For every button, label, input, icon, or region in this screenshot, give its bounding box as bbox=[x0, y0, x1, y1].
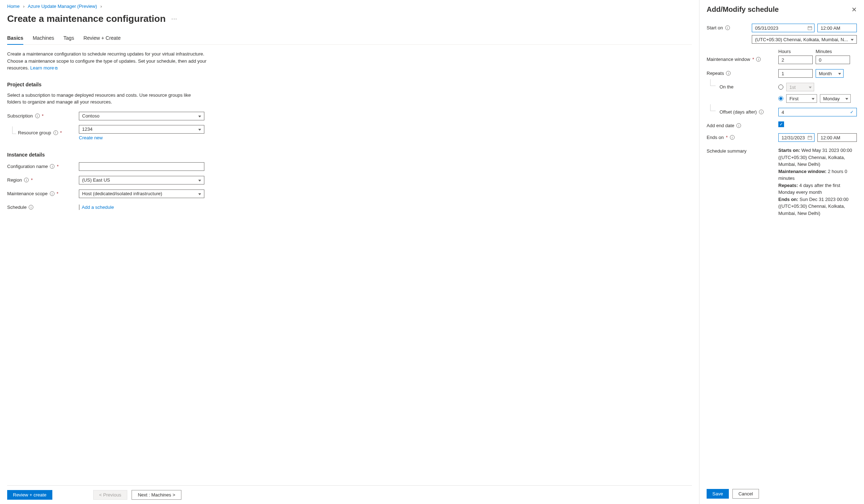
repeats-count-input[interactable]: 1 bbox=[778, 69, 813, 78]
cancel-button[interactable]: Cancel bbox=[732, 489, 759, 499]
tab-tags[interactable]: Tags bbox=[63, 33, 74, 44]
hours-input[interactable]: 2 bbox=[778, 56, 813, 64]
external-link-icon: ⧉ bbox=[55, 66, 58, 70]
config-name-input[interactable] bbox=[79, 162, 204, 171]
add-end-date-checkbox[interactable]: ✓ bbox=[778, 121, 784, 127]
panel-title: Add/Modify schedule bbox=[707, 5, 779, 14]
breadcrumb: Home › Azure Update Manager (Preview) › bbox=[7, 4, 692, 9]
resource-group-dropdown[interactable]: 1234 bbox=[79, 125, 204, 134]
review-create-button[interactable]: Review + create bbox=[7, 490, 52, 500]
schedule-summary-label: Schedule summary bbox=[707, 148, 746, 154]
breadcrumb-service[interactable]: Azure Update Manager (Preview) bbox=[28, 4, 97, 9]
schedule-panel: Add/Modify schedule ✕ Start on i 05/31/2… bbox=[699, 0, 864, 504]
radio-day-of-month[interactable] bbox=[778, 85, 783, 90]
required-indicator: * bbox=[726, 135, 728, 140]
tab-basics[interactable]: Basics bbox=[7, 33, 23, 44]
timezone-dropdown[interactable]: (UTC+05:30) Chennai, Kolkata, Mumbai, N.… bbox=[752, 35, 857, 44]
info-icon[interactable]: i bbox=[736, 123, 741, 128]
radio-weekday[interactable] bbox=[778, 96, 783, 101]
add-schedule-link[interactable]: Add a schedule bbox=[82, 205, 114, 210]
on-the-label: On the bbox=[720, 84, 734, 90]
create-new-rg-link[interactable]: Create new bbox=[79, 135, 103, 140]
required-indicator: * bbox=[752, 57, 754, 62]
project-details-desc: Select a subscription to manage deployed… bbox=[7, 92, 201, 106]
info-icon[interactable]: i bbox=[726, 71, 731, 76]
calendar-icon bbox=[808, 26, 812, 30]
start-time-input[interactable]: 12:00 AM bbox=[817, 24, 857, 32]
info-icon[interactable]: i bbox=[725, 25, 730, 30]
subscription-label: Subscription bbox=[7, 113, 33, 119]
info-icon[interactable]: i bbox=[50, 191, 54, 196]
info-icon[interactable]: i bbox=[24, 178, 29, 182]
scope-label: Maintenance scope bbox=[7, 191, 48, 196]
ends-date-input[interactable]: 12/31/2023 bbox=[778, 133, 815, 142]
breadcrumb-sep: › bbox=[100, 4, 102, 9]
week-ordinal-dropdown[interactable]: First bbox=[786, 94, 817, 103]
schedule-summary-text: Starts on: Wed May 31 2023 00:00 ((UTC+0… bbox=[778, 147, 857, 217]
required-indicator: * bbox=[31, 177, 33, 183]
info-icon[interactable]: i bbox=[50, 164, 54, 169]
minutes-label: Minutes bbox=[816, 49, 850, 54]
save-button[interactable]: Save bbox=[707, 489, 729, 499]
config-name-label: Configuration name bbox=[7, 164, 48, 169]
repeats-period-dropdown[interactable]: Month bbox=[816, 69, 844, 78]
schedule-label: Schedule bbox=[7, 205, 27, 210]
tabs: Basics Machines Tags Review + Create bbox=[7, 33, 692, 45]
resource-group-label: Resource group bbox=[18, 130, 51, 135]
instance-details-heading: Instance details bbox=[7, 152, 692, 158]
calendar-icon bbox=[808, 135, 812, 140]
previous-button: < Previous bbox=[93, 490, 128, 500]
start-on-label: Start on bbox=[707, 25, 723, 30]
ends-time-input[interactable]: 12:00 AM bbox=[817, 133, 857, 142]
required-indicator: * bbox=[57, 191, 58, 196]
breadcrumb-home[interactable]: Home bbox=[7, 4, 20, 9]
required-indicator: * bbox=[60, 130, 62, 135]
region-dropdown[interactable]: (US) East US bbox=[79, 176, 204, 184]
svg-rect-4 bbox=[808, 136, 812, 139]
offset-dropdown[interactable]: 4 bbox=[778, 108, 857, 116]
day-of-month-dropdown: 1st bbox=[786, 83, 814, 91]
breadcrumb-sep: › bbox=[23, 4, 24, 9]
info-icon[interactable]: i bbox=[35, 114, 40, 118]
hours-label: Hours bbox=[778, 49, 813, 54]
subscription-dropdown[interactable]: Contoso bbox=[79, 112, 204, 120]
info-icon[interactable]: i bbox=[730, 135, 735, 140]
region-label: Region bbox=[7, 177, 22, 183]
required-indicator: * bbox=[57, 164, 58, 169]
page-title: Create a maintenance configuration bbox=[7, 13, 166, 24]
info-icon[interactable]: i bbox=[53, 130, 58, 135]
footer-bar: Review + create < Previous Next : Machin… bbox=[7, 485, 692, 504]
maintenance-window-label: Maintenance window bbox=[707, 57, 750, 62]
scope-dropdown[interactable]: Host (dedicated/isolated infrastructure) bbox=[79, 189, 204, 198]
intro-text: Create a maintenance configuration to sc… bbox=[7, 51, 208, 72]
more-icon[interactable]: ··· bbox=[171, 16, 177, 22]
ends-on-label: Ends on bbox=[707, 135, 724, 140]
info-icon[interactable]: i bbox=[759, 110, 764, 114]
tab-review[interactable]: Review + Create bbox=[84, 33, 121, 44]
start-date-input[interactable]: 05/31/2023 bbox=[752, 24, 815, 32]
tab-machines[interactable]: Machines bbox=[33, 33, 54, 44]
add-end-date-label: Add end date bbox=[707, 123, 734, 128]
svg-rect-0 bbox=[808, 27, 812, 30]
repeats-label: Repeats bbox=[707, 71, 724, 76]
info-icon[interactable]: i bbox=[756, 57, 761, 62]
close-icon[interactable]: ✕ bbox=[851, 6, 857, 13]
learn-more-link[interactable]: Learn more⧉ bbox=[30, 65, 57, 71]
info-icon[interactable]: i bbox=[29, 205, 33, 210]
project-details-heading: Project details bbox=[7, 82, 692, 87]
next-machines-button[interactable]: Next : Machines > bbox=[132, 490, 181, 500]
minutes-input[interactable]: 0 bbox=[816, 56, 850, 64]
weekday-dropdown[interactable]: Monday bbox=[820, 94, 851, 103]
required-indicator: * bbox=[42, 113, 44, 119]
offset-label: Offset (days after) bbox=[720, 109, 757, 115]
